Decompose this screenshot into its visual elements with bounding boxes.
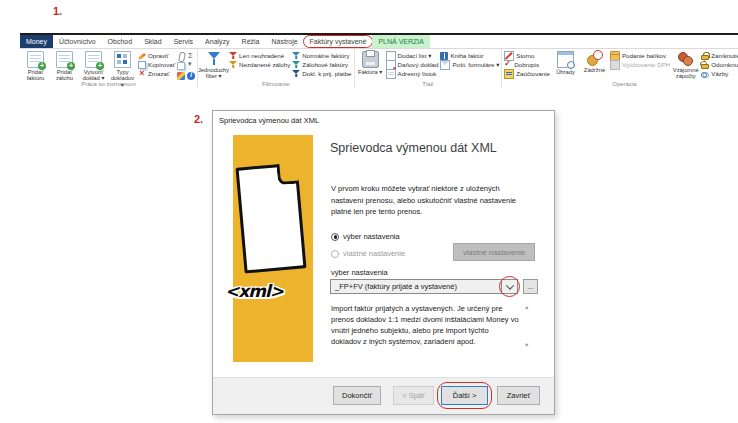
ribbon-button-faktura[interactable]: Faktúra ▾ <box>357 49 384 75</box>
settings-combobox[interactable]: _FP+FV (faktúry prijaté a vystavené) <box>330 279 518 294</box>
pencil-icon <box>138 52 146 60</box>
ribbon-button-column: Dodací list ▾Daňový dokladAdresný lístok <box>386 49 439 78</box>
button-label: Adresný lístok <box>398 70 437 77</box>
funnel-gold-icon <box>229 61 237 69</box>
ribbon-button-zauctovanie[interactable]: Zaúčtovanie <box>504 69 550 78</box>
button-label: Podanie balíkov <box>622 52 666 59</box>
button-label: Jednoduchý filter ▾ <box>198 67 229 80</box>
xml-logo-panel: <xml> <box>233 135 313 362</box>
combobox-dropdown-button[interactable] <box>501 279 518 294</box>
button-label: Daňový doklad <box>398 61 439 68</box>
ribbon-tab-plna-verzia[interactable]: PLNÁ VERZIA <box>372 35 430 48</box>
ribbon-group-filtrovanie: Jednoduchý filter ▾Len neuhradenéNezdane… <box>198 49 354 88</box>
ribbon-tab-money[interactable]: Money <box>20 35 53 48</box>
combobox-value[interactable]: _FP+FV (faktúry prijaté a vystavené) <box>330 279 501 294</box>
ribbon-groups: Pridať faktúruPridať zálohuVytvoriť dokl… <box>20 49 738 88</box>
payments-icon <box>557 51 574 68</box>
ribbon-button-zamknutie[interactable]: Zamknutie <box>701 51 738 60</box>
button-label: Normálne faktúry <box>302 52 349 59</box>
ribbon-button-nezdanene-zalohy[interactable]: Nezdanené zálohy <box>229 60 290 69</box>
sigma-icon <box>187 52 195 60</box>
ribbon-button-opravit[interactable]: Opraviť <box>138 51 175 60</box>
radio-saved-label: výber nastavenia <box>343 232 400 241</box>
button-label: Len neuhradené <box>239 52 284 59</box>
ribbon-button-zmazat[interactable]: Zmazať <box>138 69 175 78</box>
paperclip-icon <box>177 52 185 60</box>
ribbon-button-column: OpraviťKopírovaťZmazať <box>138 49 175 78</box>
button-label: Storno <box>516 52 534 59</box>
ribbon-tab-obchod[interactable]: Obchod <box>102 35 139 48</box>
ribbon-button-storno[interactable]: Storno <box>504 51 550 60</box>
ribbon-tab-rezia[interactable]: Réžia <box>236 35 266 48</box>
ribbon-button-normalne-faktury[interactable]: Normálne faktúry <box>292 51 351 60</box>
doc-add-icon <box>27 51 44 68</box>
button-label: Zádržné <box>584 67 605 73</box>
next-button[interactable]: Ďalší > <box>441 386 488 405</box>
ribbon-button-caret-down[interactable] <box>186 61 196 71</box>
mail-icon <box>440 60 450 70</box>
caret-down-icon <box>187 62 195 70</box>
group-label-operacia: Operácia <box>503 80 738 88</box>
annotation-step-1: 1. <box>53 5 62 17</box>
ribbon-body: Pridať faktúruPridať zálohuVytvoriť dokl… <box>20 49 738 88</box>
ribbon-button-palette[interactable] <box>176 71 186 81</box>
ribbon-tab-sklad[interactable]: Sklad <box>138 35 168 48</box>
ribbon-button-vytvorit-doklad[interactable]: Vytvoriť doklad ▾ <box>80 49 107 82</box>
ribbon-button-copy-alt[interactable] <box>176 61 186 71</box>
button-label: Opraviť <box>148 52 169 59</box>
button-label: Kopírovať <box>148 61 175 68</box>
more-options-button[interactable]: ... <box>523 279 538 294</box>
ribbon-button-vazby[interactable]: Väzby <box>701 69 738 78</box>
funnel-teal-icon <box>292 61 300 69</box>
radio-row-custom-settings: vlastné nastavenie <box>331 249 405 258</box>
scroll-down-icon[interactable]: ▼ <box>524 342 529 348</box>
ribbon-button-pridat-zalohu[interactable]: Pridať zálohu <box>51 49 78 82</box>
close-button[interactable]: Zavrieť <box>497 386 540 405</box>
custom-settings-button: vlastné nastavenie <box>453 243 535 261</box>
dialog-title: Sprievodca výmenou dát XML <box>219 116 319 125</box>
types-icon <box>114 51 131 68</box>
ribbon-button-zalohove-faktury[interactable]: Zálohové faktúry <box>292 60 351 69</box>
ribbon-tab-faktury-vystavene[interactable]: Faktúry vystavené <box>304 35 373 48</box>
dialog-titlebar[interactable]: Sprievodca výmenou dát XML <box>213 111 554 131</box>
lock-icon <box>701 52 709 60</box>
ribbon-button-zadrzne[interactable]: Zádržné <box>581 49 608 73</box>
doc-small3-icon <box>386 69 396 79</box>
ribbon-tab-analyzy[interactable]: Analýzy <box>199 35 236 48</box>
scroll-up-icon[interactable]: ▲ <box>524 304 529 310</box>
ribbon-button-odomknutie[interactable]: Odomknutie <box>701 60 738 69</box>
funnel-blue-icon <box>206 51 221 66</box>
ribbon-button-vzajomne-zapocty[interactable]: Vzájomné zápočty <box>672 49 699 80</box>
ribbon-button-column: Kniha faktúrPošt. formuláre ▾ <box>440 49 499 69</box>
finish-button[interactable]: Dokončiť <box>333 386 381 405</box>
ribbon-button-column: Normálne faktúryZálohové faktúryDokl. k … <box>292 49 351 78</box>
button-label: Zamknutie <box>711 52 738 59</box>
ribbon-group-tlac: Faktúra ▾Dodací list ▾Daňový dokladAdres… <box>355 49 503 88</box>
ribbon-button-uhrady[interactable]: Úhrady <box>552 49 579 75</box>
ribbon-group-operacia: StornoDobropisZaúčtovanieÚhradyZádržnéPo… <box>502 49 738 88</box>
check-red-icon <box>504 61 512 69</box>
ribbon-micro-buttons <box>176 49 196 81</box>
radio-button-saved-settings[interactable] <box>331 233 339 241</box>
ribbon-button-paperclip[interactable] <box>176 51 186 61</box>
delete-icon <box>138 70 146 78</box>
ribbon-button-post-formulare[interactable]: Pošt. formuláre ▾ <box>440 60 499 69</box>
ribbon-tab-nastroje[interactable]: Nástroje <box>266 35 304 48</box>
button-label: Zálohové faktúry <box>302 61 348 68</box>
vat-icon <box>610 60 620 70</box>
button-label: Zmazať <box>148 70 169 77</box>
radio-row-saved-settings[interactable]: výber nastavenia <box>331 232 400 241</box>
ribbon-button-dokl-k-prij-platbe[interactable]: Dokl. k prij. platbe <box>292 69 351 78</box>
dialog-footer: Dokončiť < Späť Ďalší > Zavrieť <box>213 377 554 414</box>
settings-select-label: výber nastavenia <box>331 268 388 277</box>
ribbon-tab-uctovnictvo[interactable]: Účtovníctvo <box>53 35 102 48</box>
ribbon-button-len-neuhradene[interactable]: Len neuhradené <box>229 51 290 60</box>
ribbon-button-jednoduchy-filter[interactable]: Jednoduchý filter ▾ <box>200 49 227 80</box>
button-label: Úhrady <box>556 69 575 75</box>
radio-button-custom-settings <box>331 250 339 258</box>
ribbon-button-adresny-listok[interactable]: Adresný lístok <box>386 69 439 78</box>
ribbon-button-column: StornoDobropisZaúčtovanie <box>504 49 550 78</box>
ribbon-button-pridat-fakturu[interactable]: Pridať faktúru <box>22 49 49 82</box>
ribbon-tab-servis[interactable]: Servis <box>168 35 199 48</box>
doc-create-icon <box>85 51 102 68</box>
